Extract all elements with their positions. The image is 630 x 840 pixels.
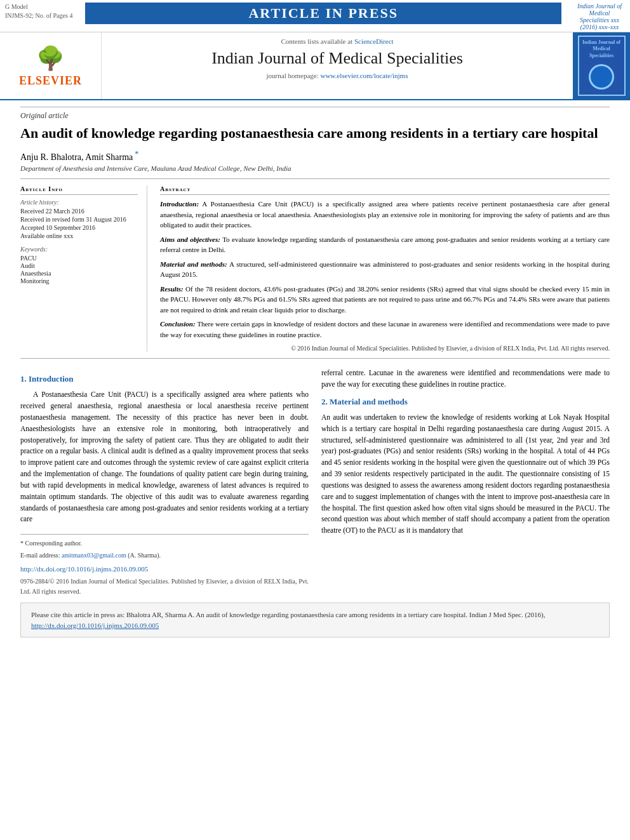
results-label: Results: [160,285,184,293]
citation-doi-link[interactable]: http://dx.doi.org/10.1016/j.injms.2016.0… [31,622,159,629]
elsevier-wordmark: ELSEVIER [19,74,82,88]
material-label: Material and methods: [160,260,227,268]
corresponding-asterisk: * [133,149,138,158]
keywords-label: Keywords: [20,246,138,253]
revised-date: Received in revised form 31 August 2016 [20,216,138,223]
tree-icon: 🌳 [36,45,65,72]
article-title: An audit of knowledge regarding postanae… [20,124,610,143]
contents-line: Contents lists available at ScienceDirec… [114,37,560,45]
top-header: G Model INJMS-92; No. of Pages 4 ARTICLE… [0,0,630,32]
intro-label: Introduction: [160,200,199,208]
accepted-date: Accepted 10 September 2016 [20,224,138,231]
section1-num: 1. [20,374,27,383]
model-info: G Model INJMS-92; No. of Pages 4 [5,3,72,20]
article-info-box: Article Info Article history: Received 2… [20,185,147,352]
keyword-anaesthesia: Anaesthesia [20,270,138,277]
corresponding-author-note: * Corresponding author. [20,538,309,549]
body-intro-para: A Postanaesthesia Care Unit (PACU) is a … [20,389,309,525]
available-online: Available online xxx [20,232,138,239]
journal-homepage-link[interactable]: www.elsevier.com/locate/injms [320,72,408,79]
material-text: A structured, self-administered question… [160,260,610,279]
abstract-material: Material and methods: A structured, self… [160,259,610,280]
body-intro-para-continued: referral centre. Lacunae in the awarenes… [321,368,610,390]
article-body: Original article An audit of knowledge r… [0,100,630,644]
section2-heading: 2. Material and methods [321,396,610,408]
results-text: Of the 78 resident doctors, 43.6% post-g… [160,285,610,314]
email-label: E-mail address: [20,552,60,559]
keyword-pacu: PACU [20,255,138,262]
abstract-heading: Abstract [160,185,610,195]
body-material-para: An audit was undertaken to review the kn… [321,412,610,537]
contents-prefix: Contents lists available at [281,37,352,45]
author-names: Anju R. Bhalotra, Amit Sharma [20,152,133,161]
aims-text: To evaluate knowledge regarding standard… [160,236,610,254]
doi-link[interactable]: http://dx.doi.org/10.1016/j.injms.2016.0… [20,565,148,573]
email-line: E-mail address: amitmanx03@gmail.com (A.… [20,550,309,561]
citation-text: Please cite this article in press as: Bh… [31,611,546,618]
email-attribution: (A. Sharma). [128,552,161,559]
article-type: Original article [20,107,610,121]
g-model-label: G Model [5,3,72,11]
article-in-press-banner: ARTICLE IN PRESS [85,3,561,24]
section1-title: Introduction [29,374,74,383]
section2-title: Material and methods [330,397,408,406]
thumb-title: Indian Journal of Medical Specialities [582,39,622,59]
issn-line: 0976-2884/© 2016 Indian Journal of Medic… [20,577,309,596]
affiliation: Department of Anesthesia and Intensive C… [20,164,610,172]
body-left-column: 1. Introduction A Postanaesthesia Care U… [20,368,309,596]
journal-center: Contents lists available at ScienceDirec… [102,32,573,99]
thumb-circle-icon [589,64,614,90]
abstract-section: Abstract Introduction: A Postanaesthesia… [160,185,610,352]
footnote-area: * Corresponding author. E-mail address: … [20,534,309,560]
injms-label: INJMS-92; No. of Pages 4 [5,11,72,20]
aims-label: Aims and objectives: [160,236,220,243]
article-info-heading: Article Info [20,185,138,195]
citation-box: Please cite this article in press as: Bh… [20,603,610,637]
email-link[interactable]: amitmanx03@gmail.com [62,552,126,559]
info-abstract-section: Article Info Article history: Received 2… [20,178,610,359]
journal-homepage-line: journal homepage: www.elsevier.com/locat… [114,72,560,79]
homepage-prefix: journal homepage: [267,72,319,79]
abstract-results: Results: Of the 78 resident doctors, 43.… [160,284,610,316]
body-columns: 1. Introduction A Postanaesthesia Care U… [20,368,610,596]
journal-thumbnail-area: Indian Journal of Medical Specialities [573,32,630,99]
authors: Anju R. Bhalotra, Amit Sharma * [20,149,610,163]
elsevier-logo: 🌳 [16,44,86,73]
abstract-aims: Aims and objectives: To evaluate knowled… [160,234,610,255]
history-label: Article history: [20,199,138,206]
abstract-conclusion: Conclusion: There were certain gaps in k… [160,319,610,340]
keyword-audit: Audit [20,262,138,269]
elsevier-logo-area: 🌳 ELSEVIER [0,32,102,99]
journal-ref-top: Indian Journal of Medical Specialities x… [574,3,625,30]
abstract-introduction: Introduction: A Postanaesthesia Care Uni… [160,199,610,230]
journal-cover-thumb: Indian Journal of Medical Specialities [578,36,626,96]
abstract-copyright: © 2016 Indian Journal of Medical Special… [160,345,610,352]
section2-num: 2. [321,397,328,406]
section1-heading: 1. Introduction [20,373,309,385]
intro-text: A Postanaesthesia Care Unit (PACU) is a … [160,200,610,229]
conclusion-text: There were certain gaps in knowledge of … [160,320,610,338]
journal-title: Indian Journal of Medical Specialities [114,49,560,68]
body-right-column: referral centre. Lacunae in the awarenes… [321,368,610,596]
received-date: Received 22 March 2016 [20,208,138,215]
conclusion-label: Conclusion: [160,320,196,328]
sciencedirect-link[interactable]: ScienceDirect [354,37,394,45]
keyword-monitoring: Monitoring [20,277,138,284]
doi-line: http://dx.doi.org/10.1016/j.injms.2016.0… [20,564,309,575]
journal-header: 🌳 ELSEVIER Contents lists available at S… [0,32,630,100]
